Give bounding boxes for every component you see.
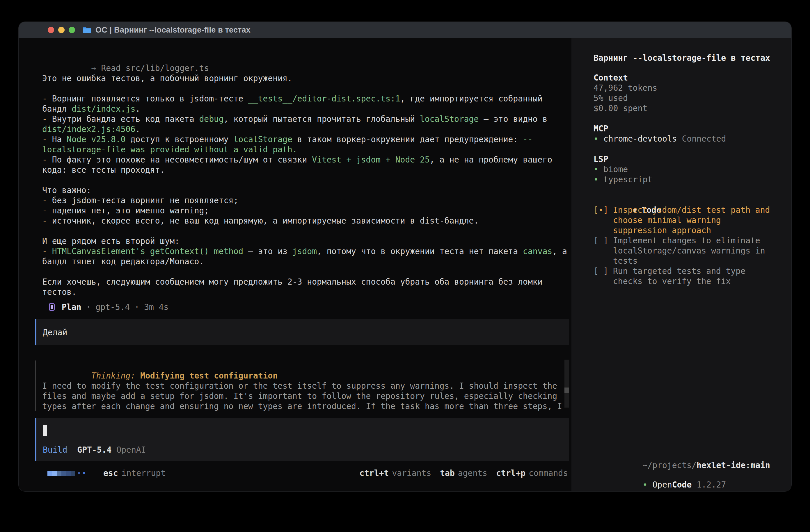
chat-line: - без jsdom-теста ворнинг не появляется; (42, 195, 571, 205)
message-input[interactable]: Build GPT-5.4 OpenAI (35, 418, 569, 461)
dash-bullet: - (42, 135, 52, 144)
mcp-list: •chrome-devtoolsConnected (594, 134, 775, 144)
spinner-block (71, 471, 75, 476)
lsp-name: biome (603, 165, 628, 174)
app-version: 1.2.27 (697, 480, 726, 489)
path-prefix: ~/projects/ (643, 461, 697, 470)
text-segment: — это видно в (479, 114, 547, 124)
chat-line: Если хочешь, следующим сообщением могу п… (42, 277, 571, 287)
text-segment: , а не на проблему вашего (430, 155, 552, 165)
thinking-paragraph: I need to modify the test configuration … (42, 381, 571, 411)
app-name-bold: Code (672, 480, 692, 489)
text-segment: , где импортируется собранный (400, 94, 542, 103)
code-segment: HTMLCanvasElement's getContext() method (52, 247, 243, 256)
spinner-dot (78, 472, 80, 474)
spinner-block (47, 471, 52, 476)
lsp-item: •typescript (594, 174, 775, 185)
context-tokens: 47,962 tokens (594, 83, 775, 93)
dash-bullet: - (42, 206, 52, 215)
chat-line: - На Node v25.8.0 доступ к встроенному l… (42, 134, 571, 145)
folder-icon (83, 27, 91, 33)
zoom-button[interactable] (69, 27, 75, 33)
close-button[interactable] (48, 27, 54, 33)
code-segment: jsdom (292, 247, 317, 256)
chat-line: кода: все тесты проходят. (42, 165, 571, 175)
text-segment: . (135, 124, 140, 134)
text-segment: доступ к встроенному (126, 135, 233, 144)
hint-label: agents (458, 468, 487, 478)
thinking-block: Thinking:Modifying test configuration I … (35, 361, 571, 411)
text-segment: тестов. (42, 287, 77, 297)
todo-item: [ ]Implement changes to eliminatelocalSt… (594, 235, 775, 266)
code-segment: localStorage (233, 135, 292, 144)
spinner-dot (83, 472, 85, 474)
app-name: Open (652, 480, 672, 489)
arrow-icon: → (91, 63, 96, 73)
scrollbar-track[interactable] (564, 360, 569, 408)
session-title: Варнинг --localstorage-file в тестах (594, 53, 775, 63)
spinner-block (57, 471, 61, 476)
agent-mode-selector[interactable]: Build (43, 445, 67, 455)
chat-line: - падения нет, это именно warning; (42, 205, 571, 216)
text-segment: кода: все тесты проходят. (42, 165, 165, 175)
mcp-heading: MCP (594, 123, 775, 134)
todo-item: [•]Inspect jsdom/dist test path andchoos… (594, 205, 775, 235)
bullet-icon: • (594, 134, 598, 144)
chat-line: бандл dist/index.js. (42, 104, 571, 114)
chat-paragraph: Это не ошибка тестов, а побочный ворнинг… (42, 73, 571, 83)
project-path: ~/projects/hexlet-ide:main (594, 450, 775, 460)
thinking-title: Modifying test configuration (140, 371, 278, 381)
thinking-header: Thinking:Modifying test configuration (42, 361, 571, 371)
lsp-name: typescript (603, 175, 653, 184)
thinking-line: I need to modify the test configuration … (42, 381, 571, 391)
chat-paragraph: И еще рядом есть второй шум:- HTMLCanvas… (42, 236, 571, 267)
model-name: GPT-5.4 (77, 445, 111, 455)
minimize-button[interactable] (58, 27, 65, 33)
code-segment: Vitest + jsdom + Node 25 (312, 155, 430, 165)
todo-line: suppression approach (613, 225, 770, 235)
separator-dot: · (134, 302, 139, 312)
separator-dot: · (86, 302, 91, 312)
chat-area: →Read src/lib/logger.ts Это не ошибка те… (42, 53, 571, 297)
lsp-list: •biome•typescript (594, 164, 775, 185)
context-used: 5% used (594, 93, 775, 103)
lsp-item: •biome (594, 164, 775, 174)
todo-line: checks to verify the fix (613, 276, 745, 286)
window-title: OC | Варнинг --localstorage-file в теста… (95, 26, 250, 35)
status-bar: esc interrupt ctrl+tvariantstabagentsctr… (19, 467, 571, 480)
chat-line: Это не ошибка тестов, а побочный ворнинг… (42, 73, 571, 83)
chat-paragraphs: Это не ошибка тестов, а побочный ворнинг… (42, 73, 571, 297)
bullet-icon: • (594, 165, 598, 174)
chat-line: бандл тянет код редактора/Monaco. (42, 256, 571, 267)
repo-and-branch: hexlet-ide:main (697, 461, 770, 470)
code-segment: -- (523, 135, 533, 144)
context-spent: $0.00 spent (594, 103, 775, 113)
titlebar: OC | Варнинг --localstorage-file в теста… (19, 22, 791, 38)
hint-key: ctrl+t (359, 468, 389, 478)
scrollbar-thumb[interactable] (564, 387, 569, 393)
spinner-block (52, 471, 57, 476)
todo-text: Inspect jsdom/dist test path andchoose m… (613, 205, 770, 235)
todo-heading[interactable]: ▼Todo (594, 195, 775, 205)
thinking-line: types after each change and ensuring no … (42, 401, 571, 411)
todo-list: [•]Inspect jsdom/dist test path andchoos… (594, 205, 775, 286)
text-segment: Внутри бандла есть код пакета (52, 114, 199, 124)
bullet-icon: • (594, 175, 598, 184)
hint-label: variants (392, 468, 431, 478)
dash-bullet: - (42, 94, 52, 103)
todo-checkbox: [ ] (594, 266, 608, 286)
sidebar: Варнинг --localstorage-file в тестах Con… (571, 38, 791, 491)
window-body: →Read src/lib/logger.ts Это не ошибка те… (19, 38, 791, 491)
todo-line: Implement changes to eliminate (613, 235, 765, 246)
code-segment: dist/index.js (71, 104, 135, 114)
todo-line: localStorage/canvas warnings in (613, 246, 765, 256)
keyboard-hint: ctrl+tvariants (359, 468, 431, 478)
chat-line: dist/index2.js:4506. (42, 124, 571, 134)
todo-text: Run targeted tests and typechecks to ver… (613, 266, 745, 286)
chat-line: И еще рядом есть второй шум: (42, 236, 571, 246)
chat-paragraph: Если хочешь, следующим сообщением могу п… (42, 277, 571, 297)
dash-bullet: - (42, 155, 52, 165)
text-segment: бандл (42, 104, 71, 114)
text-segment: На (52, 135, 67, 144)
tool-call-line: →Read src/lib/logger.ts (42, 53, 571, 63)
